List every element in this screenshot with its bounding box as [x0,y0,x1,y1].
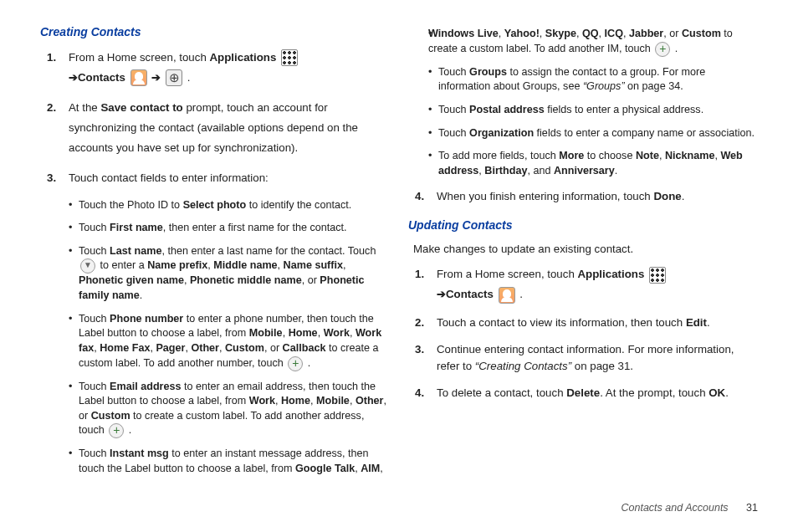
step-number: 4. [415,187,424,207]
page-number: 31 [746,502,758,514]
u-step-3: 3. Continue entering contact information… [408,341,758,375]
right-column: li[data-name="bullet-instant-msg-cont"]:… [408,23,758,485]
step-number: 4. [415,385,424,402]
applications-label: Applications [210,51,277,64]
step-number: 2. [47,98,56,118]
save-contact-to-label: Save contact to [100,101,182,114]
heading-creating-contacts: Creating Contacts [40,23,390,41]
add-icon [655,42,670,57]
bullet-photo: Touch the Photo ID to Select photo to id… [69,198,390,213]
step-4: 4. When you finish entering information,… [408,187,758,207]
bullet-first-name: Touch First name, then enter a first nam… [69,221,390,236]
step-2: 2. At the Save contact to prompt, touch … [40,98,390,158]
step-number: 2. [415,315,424,331]
add-icon [109,423,124,438]
u-step-2: 2. Touch a contact to view its informati… [408,315,758,331]
heading-updating-contacts: Updating Contacts [408,217,758,234]
creating-steps: 1. From a Home screen, touch Application… [40,48,390,188]
step-1: 1. From a Home screen, touch Application… [40,48,390,88]
step-text: At the [69,101,100,114]
new-contact-icon [166,69,182,86]
arrow-icon: ➔ [151,71,161,84]
contacts-icon [130,69,147,86]
creating-steps-cont: 4. When you finish entering information,… [408,187,758,207]
u-step-1: 1. From a Home screen, touch Application… [408,264,758,304]
bullet-instant-msg: Touch Instant msg to enter an instant me… [69,447,390,476]
bullet-phone-number: Touch Phone number to enter a phone numb… [69,312,390,371]
bullet-last-name: Touch Last name, then enter a last name … [69,244,390,304]
u-step-4: 4. To delete a contact, touch Delete. At… [408,385,758,402]
page: Creating Contacts 1. From a Home screen,… [0,0,798,519]
applications-icon [649,267,666,284]
bullet-instant-msg-cont: li[data-name="bullet-instant-msg-cont"]:… [428,27,758,57]
step-number: 1. [47,48,56,68]
arrow-icon: ➔ [69,71,78,84]
contacts-icon [499,287,515,304]
arrow-icon: ➔ [437,288,446,300]
step-text: From a Home screen, touch [69,51,210,64]
field-bullets: Touch the Photo ID to Select photo to id… [40,198,390,477]
field-bullets-cont: li[data-name="bullet-instant-msg-cont"]:… [408,27,758,178]
step-number: 1. [415,264,424,284]
bullet-postal-address: Touch Postal address fields to enter a p… [428,103,758,118]
bullet-groups: Touch Groups to assign the contact to a … [428,65,758,95]
step-text: Touch contact fields to enter informatio… [69,171,269,184]
updating-intro: Make changes to update an existing conta… [413,241,758,258]
contacts-label: Contacts [78,71,125,84]
bullet-email: Touch Email address to enter an email ad… [69,380,390,439]
bullet-more-fields: To add more fields, touch More to choose… [428,149,758,178]
bullet-organization: Touch Organization fields to enter a com… [428,126,758,141]
step-number: 3. [415,341,424,358]
footer-section: Contacts and Accounts [622,502,729,514]
left-column: Creating Contacts 1. From a Home screen,… [40,23,390,485]
step-number: 3. [47,168,56,188]
updating-steps: 1. From a Home screen, touch Application… [408,264,758,402]
step-3: 3. Touch contact fields to enter informa… [40,168,390,188]
add-icon [288,356,303,371]
expand-icon [80,258,95,274]
applications-icon [281,49,298,66]
page-footer: Contacts and Accounts 31 [622,502,758,514]
